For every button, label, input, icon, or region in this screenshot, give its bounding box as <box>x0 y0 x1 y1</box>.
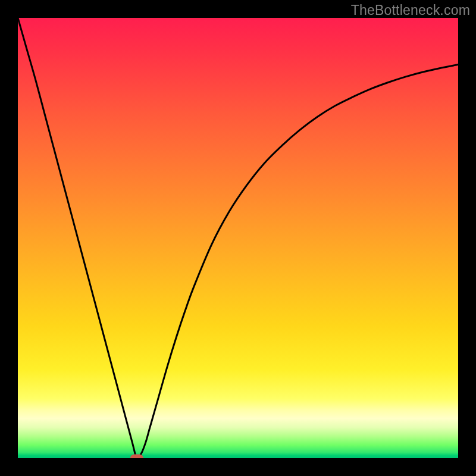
chart-frame: TheBottleneck.com <box>0 0 476 476</box>
plot-area <box>18 18 458 458</box>
watermark-text: TheBottleneck.com <box>351 2 470 18</box>
minimum-marker <box>130 455 143 459</box>
bottleneck-curve <box>18 18 458 458</box>
